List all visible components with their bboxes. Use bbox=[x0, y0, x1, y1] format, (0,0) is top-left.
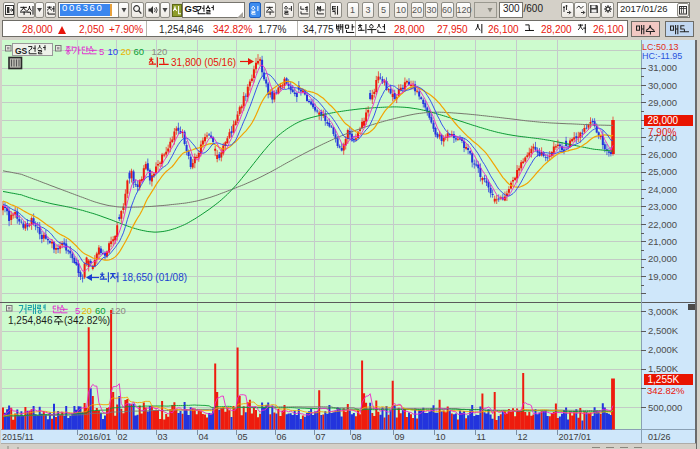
svg-text:GS: GS bbox=[15, 46, 28, 56]
svg-text:07: 07 bbox=[316, 432, 326, 442]
svg-text:03: 03 bbox=[158, 432, 168, 442]
svg-text:29,000: 29,000 bbox=[648, 97, 677, 108]
svg-text:2,000K: 2,000K bbox=[648, 344, 679, 355]
svg-text:20: 20 bbox=[121, 46, 132, 57]
svg-text:31,800 (05/16): 31,800 (05/16) bbox=[171, 57, 236, 68]
svg-text:28,000: 28,000 bbox=[648, 115, 679, 126]
svg-text:10: 10 bbox=[436, 432, 446, 442]
svg-text:30,000: 30,000 bbox=[648, 80, 677, 91]
svg-text:01/26: 01/26 bbox=[648, 432, 671, 442]
svg-text:1,254,846: 1,254,846 bbox=[8, 315, 53, 326]
svg-text:3,000K: 3,000K bbox=[648, 306, 679, 317]
svg-text:120: 120 bbox=[110, 305, 126, 316]
svg-text:26,000: 26,000 bbox=[648, 149, 677, 160]
svg-text:2,500K: 2,500K bbox=[648, 325, 679, 336]
svg-text:120: 120 bbox=[152, 46, 168, 57]
svg-text:(342.82%): (342.82%) bbox=[64, 315, 110, 326]
svg-text:10: 10 bbox=[108, 46, 119, 57]
svg-text:23,000: 23,000 bbox=[648, 201, 677, 212]
svg-text:22,000: 22,000 bbox=[648, 219, 677, 230]
svg-text:11: 11 bbox=[477, 432, 486, 442]
svg-text:19,000: 19,000 bbox=[648, 271, 677, 282]
svg-text:06: 06 bbox=[277, 432, 287, 442]
svg-text:21,000: 21,000 bbox=[648, 236, 677, 247]
svg-text:2015/11: 2015/11 bbox=[2, 432, 34, 442]
svg-text:05: 05 bbox=[238, 432, 248, 442]
svg-text:04: 04 bbox=[199, 432, 209, 442]
svg-text:08: 08 bbox=[352, 432, 362, 442]
svg-text:24,000: 24,000 bbox=[648, 184, 677, 195]
svg-text:2017/01: 2017/01 bbox=[559, 432, 592, 442]
svg-text:25,000: 25,000 bbox=[648, 166, 677, 177]
svg-text:2016/01: 2016/01 bbox=[79, 432, 112, 442]
svg-text:09: 09 bbox=[395, 432, 405, 442]
svg-text:7.90%: 7.90% bbox=[648, 127, 676, 138]
svg-text:12: 12 bbox=[518, 432, 528, 442]
svg-text:HC:-11.95: HC:-11.95 bbox=[642, 51, 682, 61]
svg-text:60: 60 bbox=[134, 46, 145, 57]
svg-text:500,000: 500,000 bbox=[648, 402, 682, 413]
svg-text:20,000: 20,000 bbox=[648, 253, 677, 264]
svg-text:02: 02 bbox=[118, 432, 128, 442]
svg-text:18,650 (01/08): 18,650 (01/08) bbox=[122, 272, 187, 283]
svg-text:1,500K: 1,500K bbox=[648, 363, 679, 374]
svg-text:1,255K: 1,255K bbox=[648, 374, 680, 385]
svg-text:31,000: 31,000 bbox=[648, 62, 677, 73]
svg-text:5: 5 bbox=[99, 46, 104, 57]
svg-text:342.82%: 342.82% bbox=[647, 385, 685, 396]
